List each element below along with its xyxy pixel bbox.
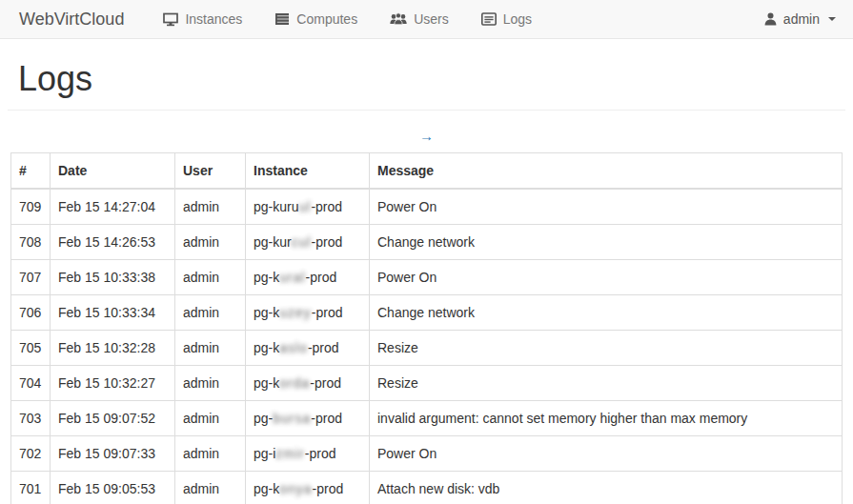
log-date: Feb 15 14:27:04 [51, 189, 175, 225]
brand-link[interactable]: WebVirtCloud [19, 10, 124, 30]
log-message: Resize [370, 330, 843, 365]
log-user: admin [175, 435, 246, 471]
log-user: admin [175, 400, 246, 435]
server-icon [274, 12, 290, 26]
nav-item-logs[interactable]: Logs [467, 2, 546, 36]
table-row: 708 Feb 15 14:26:53 admin pg-kurcul-prod… [11, 224, 843, 259]
instance-redacted: cul [292, 234, 312, 250]
log-date: Feb 15 10:32:27 [51, 365, 175, 400]
instance-prefix: pg-kur [254, 234, 292, 250]
nav-item-label: Users [414, 11, 449, 27]
header-user: User [175, 152, 246, 189]
instance-suffix: -prod [312, 234, 343, 250]
table-row: 706 Feb 15 10:33:34 admin pg-kuzey-prod … [11, 294, 843, 330]
log-id: 707 [11, 259, 51, 294]
table-row: 705 Feb 15 10:32:28 admin pg-kaslo-prod … [11, 330, 843, 365]
log-user: admin [175, 294, 246, 330]
instance-redacted: bursa [273, 411, 311, 426]
instance-redacted: onya [279, 481, 312, 496]
table-row: 709 Feb 15 14:27:04 admin pg-kuruul-prod… [11, 189, 843, 225]
nav-item-label: Logs [503, 11, 532, 27]
instance-redacted: ural [279, 270, 305, 285]
nav-item-label: Computes [296, 11, 357, 27]
instance-suffix: -prod [313, 481, 344, 496]
log-id: 706 [11, 294, 51, 330]
table-row: 704 Feb 15 10:32:27 admin pg-korda-prod … [11, 365, 843, 400]
instance-prefix: pg-k [254, 481, 279, 496]
instance-prefix: pg-k [254, 340, 279, 355]
log-instance: pg-konya-prod [246, 471, 370, 504]
header-instance: Instance [246, 152, 370, 189]
log-message: Power On [370, 435, 843, 471]
log-date: Feb 15 10:33:34 [51, 294, 175, 330]
log-message: invalid argument: cannot set memory high… [370, 400, 843, 435]
navbar: WebVirtCloud Instances Computes [0, 0, 853, 39]
log-user: admin [175, 471, 246, 504]
nav-item-instances[interactable]: Instances [149, 2, 256, 36]
log-date: Feb 15 09:07:33 [51, 435, 175, 471]
instance-prefix: pg-kuru [254, 199, 298, 214]
nav-item-users[interactable]: Users [376, 2, 463, 36]
instance-suffix: -prod [305, 446, 336, 461]
instance-redacted: ul [298, 199, 311, 214]
log-date: Feb 15 09:05:53 [51, 471, 175, 504]
users-icon [390, 12, 407, 26]
instance-redacted: orda [279, 375, 310, 391]
logs-table: # Date User Instance Message 709 Feb 15 … [10, 152, 843, 504]
header-message: Message [370, 152, 843, 189]
table-header-row: # Date User Instance Message [11, 152, 843, 189]
log-instance: pg-bursa-prod [246, 400, 370, 435]
user-menu-label: admin [783, 11, 820, 27]
instance-suffix: -prod [310, 375, 341, 391]
user-icon [764, 12, 777, 26]
instance-redacted: uzey [279, 305, 312, 320]
log-instance: pg-kurcul-prod [246, 224, 370, 259]
log-date: Feb 15 10:32:28 [51, 330, 175, 365]
log-instance: pg-kuzey-prod [246, 294, 370, 330]
navbar-right: admin [762, 2, 838, 36]
log-message: Change network [370, 294, 843, 330]
instance-prefix: pg-i [254, 446, 275, 461]
instance-prefix: pg-k [254, 305, 279, 320]
log-user: admin [175, 365, 246, 400]
table-row: 702 Feb 15 09:07:33 admin pg-izmir-prod … [11, 435, 843, 471]
instance-suffix: -prod [308, 340, 339, 355]
log-message: Resize [370, 365, 843, 400]
log-instance: pg-kural-prod [246, 259, 370, 294]
log-id: 703 [11, 400, 51, 435]
log-id: 705 [11, 330, 51, 365]
log-message: Attach new disk: vdb [370, 471, 843, 504]
instance-redacted: zmir [275, 446, 304, 461]
instance-prefix: pg-k [254, 375, 279, 391]
table-row: 701 Feb 15 09:05:53 admin pg-konya-prod … [11, 471, 843, 504]
next-page-link[interactable]: → [419, 128, 434, 144]
instance-redacted: aslo [279, 340, 308, 355]
log-instance: pg-korda-prod [246, 365, 370, 400]
log-user: admin [175, 189, 246, 225]
log-id: 702 [11, 435, 51, 471]
log-user: admin [175, 259, 246, 294]
instance-suffix: -prod [312, 305, 343, 320]
nav-item-computes[interactable]: Computes [260, 2, 372, 36]
log-message: Change network [370, 224, 843, 259]
log-id: 701 [11, 471, 51, 504]
logs-icon [481, 12, 497, 26]
page-header: Logs [8, 60, 845, 111]
table-row: 707 Feb 15 10:33:38 admin pg-kural-prod … [11, 259, 843, 294]
instance-suffix: -prod [306, 270, 337, 285]
page-title: Logs [8, 60, 845, 98]
log-message: Power On [370, 189, 843, 225]
nav-item-label: Instances [185, 11, 242, 27]
log-date: Feb 15 10:33:38 [51, 259, 175, 294]
log-instance: pg-izmir-prod [246, 435, 370, 471]
log-user: admin [175, 224, 246, 259]
log-date: Feb 15 14:26:53 [51, 224, 175, 259]
instance-suffix: -prod [311, 199, 342, 214]
log-instance: pg-kuruul-prod [246, 189, 370, 225]
instance-prefix: pg- [254, 411, 273, 426]
log-date: Feb 15 09:07:52 [51, 400, 175, 435]
table-row: 703 Feb 15 09:07:52 admin pg-bursa-prod … [11, 400, 843, 435]
user-menu[interactable]: admin [762, 2, 838, 36]
log-id: 709 [11, 189, 51, 225]
caret-down-icon [828, 17, 836, 21]
